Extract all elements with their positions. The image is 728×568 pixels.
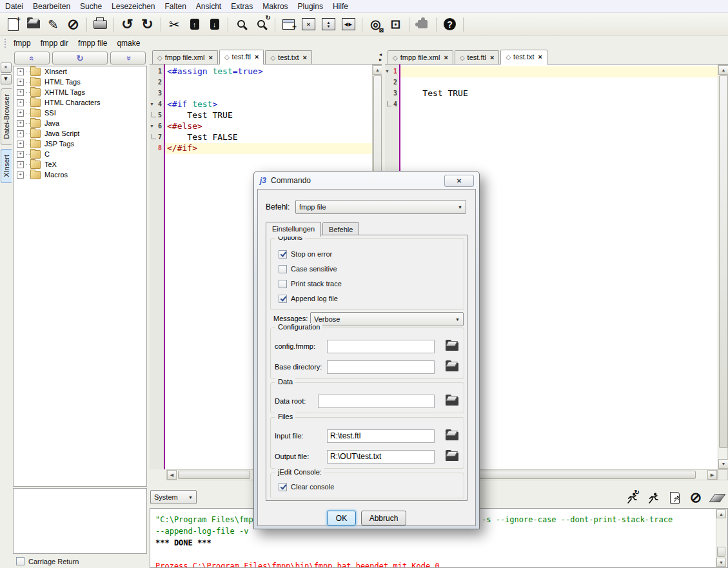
buffer-tab-test-ftl[interactable]: ◇test.ftl× (219, 50, 264, 64)
clear-icon[interactable] (709, 489, 725, 506)
expand-icon[interactable]: + (17, 99, 24, 106)
scroll-up-icon[interactable]: ▲ (716, 509, 726, 518)
data-root-field[interactable] (318, 395, 435, 408)
paste-icon[interactable]: ↓ (204, 15, 224, 34)
fmpp-file-button[interactable]: fmpp file (78, 39, 107, 48)
tree-item-xhtml-tags[interactable]: +XHTML Tags (14, 87, 146, 97)
config-fmmp-field[interactable] (327, 340, 435, 353)
menu-item-falten[interactable]: Falten (164, 1, 192, 12)
output-file-field[interactable] (327, 450, 435, 464)
messages-select[interactable]: Verbose ▼ (310, 312, 464, 326)
cut-icon[interactable]: ✂ (164, 15, 184, 34)
tree-item-java[interactable]: +Java (14, 118, 146, 128)
xinsert-input-area[interactable] (13, 488, 147, 554)
browse-base-directory-button[interactable] (444, 359, 460, 375)
menu-item-bearbeiten[interactable]: Bearbeiten (33, 1, 76, 12)
scroll-thumb[interactable] (717, 547, 725, 557)
dock-close-icon[interactable]: × (1, 63, 12, 73)
expand-icon[interactable]: + (17, 171, 24, 179)
tree-item-macros[interactable]: +Macros (14, 170, 146, 180)
tree-item-c[interactable]: +C (14, 149, 146, 159)
scroll-up-icon[interactable]: ▲ (373, 65, 382, 75)
menu-item-plugins[interactable]: Plugins (298, 1, 329, 12)
tab-befehle[interactable]: Befehle (322, 222, 359, 236)
input-file-field[interactable] (327, 429, 435, 443)
tree-item-java-script[interactable]: +Java Script (14, 128, 146, 139)
expand-icon[interactable]: + (17, 89, 24, 96)
close-icon[interactable]: × (208, 54, 212, 61)
clear-console-checkbox[interactable] (279, 483, 287, 491)
base-directory-field[interactable] (327, 360, 435, 374)
menu-item-datei[interactable]: Datei (5, 1, 29, 12)
tree-item-html-tags[interactable]: +HTML Tags (14, 77, 146, 87)
new-file-icon[interactable]: + (3, 15, 23, 34)
buffer-tab-test-txt[interactable]: ◇test.txt× (265, 50, 312, 64)
expand-icon[interactable]: + (17, 79, 24, 86)
run-current-buffer-icon[interactable] (666, 489, 683, 506)
console-scrollbar[interactable]: ▲ ▼ (716, 509, 727, 567)
xinsert-tree[interactable]: +XInsert+HTML Tags+XHTML Tags+HTML Chara… (13, 66, 147, 487)
dock-menu-icon[interactable]: ▼ (1, 74, 12, 84)
scroll-up-icon[interactable]: ▲ (718, 65, 728, 75)
stop-icon[interactable]: ⊘ (687, 489, 704, 506)
dialog-close-button[interactable]: ✕ (444, 175, 474, 187)
vertical-scrollbar-right[interactable]: ▲ ▼ (718, 64, 728, 469)
close-icon[interactable]: × (444, 54, 448, 61)
browse-input-file-button[interactable] (444, 428, 460, 444)
collapse-right-icon[interactable]: ▸ (379, 57, 382, 63)
tree-item-jsp-tags[interactable]: +JSP Tags (14, 139, 146, 149)
copy-icon[interactable]: ↑ (184, 15, 204, 34)
find-icon[interactable] (231, 15, 251, 34)
split-vertical-icon[interactable]: ◀▶ (339, 15, 359, 34)
help-icon[interactable]: ? (440, 15, 460, 34)
fmpp-button[interactable]: fmpp (14, 39, 31, 48)
unsplit-icon[interactable]: × (299, 15, 319, 34)
print-icon[interactable] (90, 15, 110, 34)
buffer-tab-test-ftl[interactable]: ◇test.ftl× (455, 50, 499, 64)
scroll-right-icon[interactable]: ▶ (707, 470, 717, 480)
menu-item-makros[interactable]: Makros (262, 1, 293, 12)
append-log-file-checkbox[interactable] (279, 295, 287, 303)
expand-icon[interactable]: + (17, 130, 24, 137)
gutter-left[interactable]: 123▼45▼678 (150, 64, 164, 469)
fold-open-icon[interactable]: ▼ (150, 102, 154, 106)
fold-open-icon[interactable]: ▼ (385, 69, 389, 73)
browse-config-button[interactable] (444, 338, 460, 354)
menu-item-extras[interactable]: Extras (231, 1, 259, 12)
expand-icon[interactable]: + (17, 141, 24, 148)
stop-icon[interactable]: ⊘ (63, 15, 83, 34)
menu-item-hilfe[interactable]: Hilfe (333, 1, 354, 12)
print-stack-trace-checkbox[interactable] (279, 280, 287, 288)
scroll-down-icon[interactable]: ▼ (716, 558, 726, 567)
buffer-tab-fmpp-file-xml[interactable]: ◇fmpp file.xml× (152, 50, 218, 64)
undo-icon[interactable]: ↺ (117, 15, 137, 34)
fmpp-dir-button[interactable]: fmpp dir (41, 39, 68, 48)
redo-icon[interactable]: ↻ (137, 15, 157, 34)
close-icon[interactable]: × (302, 54, 306, 61)
buffer-options-icon[interactable]: ⊡ (386, 15, 406, 34)
expand-icon[interactable]: + (17, 120, 24, 127)
expand-icon[interactable]: + (17, 110, 24, 117)
scroll-down-icon[interactable]: ▼ (718, 459, 728, 469)
scroll-thumb[interactable] (719, 75, 728, 448)
toolbar-drag-handle[interactable] (5, 39, 7, 48)
ok-button[interactable]: OK (327, 511, 356, 525)
split-horizontal-icon[interactable]: ▲▼ (319, 15, 339, 34)
browse-output-file-button[interactable] (444, 449, 460, 464)
fold-open-icon[interactable]: ▼ (150, 124, 154, 128)
close-icon[interactable]: × (490, 54, 494, 61)
global-options-icon[interactable]: ◎⊠ (366, 15, 386, 34)
tree-item-tex[interactable]: +TeX (14, 159, 146, 170)
tree-item-ssi[interactable]: +SSI (14, 108, 146, 118)
console-shell-select[interactable]: System ▼ (150, 490, 197, 504)
buffer-tab-test-txt[interactable]: ◇test.txt× (500, 50, 547, 64)
run-icon[interactable] (645, 489, 662, 506)
expand-all-icon[interactable]: « (110, 52, 146, 64)
open-icon[interactable] (23, 15, 43, 34)
edit-icon[interactable]: ✎ (43, 15, 63, 34)
stop-on-error-checkbox[interactable] (279, 250, 287, 259)
carriage-return-checkbox[interactable] (16, 557, 25, 565)
close-icon[interactable]: × (538, 53, 542, 61)
buffer-tab-fmpp-file-xml[interactable]: ◇fmpp file.xml× (388, 50, 453, 64)
menu-item-lesezeichen[interactable]: Lesezeichen (112, 1, 161, 12)
